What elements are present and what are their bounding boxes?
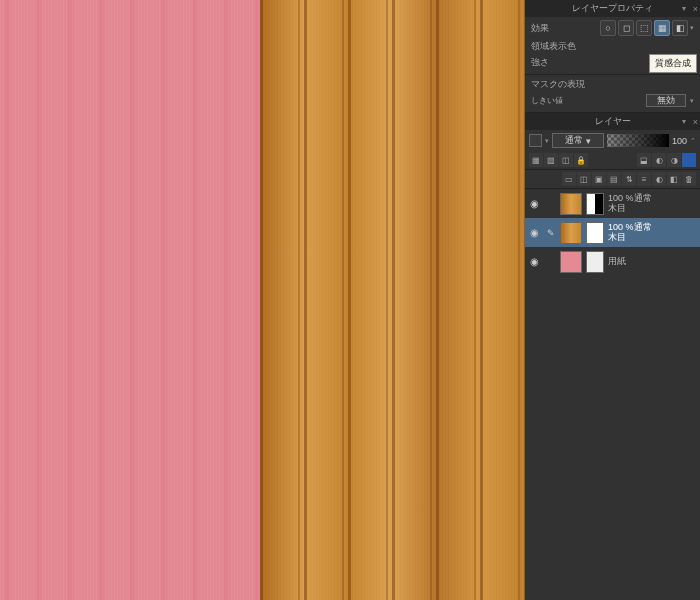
layer-label: 用紙 xyxy=(608,257,626,267)
blend-row: ▾ 通常 ▾ 100 ⌃ xyxy=(525,130,700,151)
transfer-icon[interactable]: ⇅ xyxy=(622,172,636,186)
panel-title-text: レイヤープロパティ xyxy=(572,2,653,15)
lock-clip-row: ▦ ▨ ◫ 🔒 ⬓ ◐ ◑ xyxy=(525,151,700,170)
visibility-toggle[interactable]: ◉ xyxy=(528,227,541,238)
pink-texture xyxy=(0,0,260,600)
strength-label: 強さ xyxy=(531,56,549,69)
new-raster-layer-icon[interactable]: ▭ xyxy=(562,172,576,186)
canvas-area[interactable] xyxy=(0,0,525,600)
lock-pos-icon[interactable]: ◫ xyxy=(559,153,573,167)
effect-line-icon[interactable]: ⬚ xyxy=(636,20,652,36)
layer-row[interactable]: ◉ 用紙 xyxy=(525,247,700,276)
mask-thumbnail[interactable] xyxy=(586,193,604,215)
stepper-icon[interactable]: ⌃ xyxy=(690,137,696,145)
menu-icon[interactable]: ▾ xyxy=(682,117,686,126)
chevron-down-icon[interactable]: ▾ xyxy=(690,24,694,32)
close-icon[interactable]: × xyxy=(693,4,698,14)
visibility-toggle[interactable]: ◉ xyxy=(528,256,541,267)
panel-title-text: レイヤー xyxy=(595,115,631,128)
new-folder-icon[interactable]: ▣ xyxy=(592,172,606,186)
mask-expr-label: マスクの表現 xyxy=(531,79,585,89)
blend-mode-dropdown[interactable]: 通常 ▾ xyxy=(552,133,604,148)
lock-all-icon[interactable]: 🔒 xyxy=(574,153,588,167)
layer-row[interactable]: ◉ 100 %通常 木目 xyxy=(525,189,700,218)
mask-section: マスクの表現 しきい値 無効 ▾ xyxy=(525,75,700,113)
visibility-toggle[interactable]: ◉ xyxy=(528,198,541,209)
lock-alpha-icon[interactable]: ▦ xyxy=(529,153,543,167)
tooltip: 質感合成 xyxy=(649,54,697,73)
layer-thumbnail[interactable] xyxy=(560,251,582,273)
effect-tone-icon[interactable]: ◻ xyxy=(618,20,634,36)
merge-icon[interactable]: ≡ xyxy=(637,172,651,186)
apply-mask-icon[interactable]: ◧ xyxy=(667,172,681,186)
opacity-slider[interactable] xyxy=(607,134,669,147)
lock-pixel-icon[interactable]: ▨ xyxy=(544,153,558,167)
layer-row[interactable]: ◉ ✎ 100 %通常 木目 xyxy=(525,218,700,247)
layer-thumbnail[interactable] xyxy=(560,222,582,244)
effect-overlay-icon[interactable]: ▦ xyxy=(654,20,670,36)
wood-texture xyxy=(260,0,525,600)
chevron-down-icon[interactable]: ▾ xyxy=(690,97,694,105)
mask-thumbnail[interactable] xyxy=(586,222,604,244)
layer-color-swatch[interactable] xyxy=(682,153,696,167)
paper-icon xyxy=(586,251,604,273)
new-adjust-icon[interactable]: ▤ xyxy=(607,172,621,186)
opacity-value: 100 xyxy=(672,136,687,146)
clip-icon[interactable]: ⬓ xyxy=(637,153,651,167)
chevron-down-icon[interactable]: ▾ xyxy=(545,137,549,145)
region-color-label: 領域表示色 xyxy=(531,41,576,51)
layer-property-panel-title[interactable]: レイヤープロパティ ▾ × xyxy=(525,0,700,17)
layer-panel-title[interactable]: レイヤー ▾ × xyxy=(525,113,700,130)
edit-indicator: ✎ xyxy=(545,228,556,238)
blend-check[interactable] xyxy=(529,134,542,147)
mask-icon[interactable]: ◐ xyxy=(652,172,666,186)
new-vector-layer-icon[interactable]: ◫ xyxy=(577,172,591,186)
threshold-label: しきい値 xyxy=(531,95,563,106)
effect-texture-icon[interactable]: ◧ xyxy=(672,20,688,36)
effect-section: 効果 ○ ◻ ⬚ ▦ ◧ ▾ 質感合成 領域表示色 強さ 30 ⌃ xyxy=(525,17,700,75)
layer-action-row: ▭ ◫ ▣ ▤ ⇅ ≡ ◐ ◧ 🗑 xyxy=(525,170,700,189)
layer-list: ◉ 100 %通常 木目 ◉ ✎ 100 %通常 木目 ◉ xyxy=(525,189,700,276)
menu-icon[interactable]: ▾ xyxy=(682,4,686,13)
effect-border-icon[interactable]: ○ xyxy=(600,20,616,36)
layer-label: 100 %通常 木目 xyxy=(608,223,652,243)
close-icon[interactable]: × xyxy=(693,117,698,127)
effect-label: 効果 xyxy=(531,22,549,35)
delete-layer-icon[interactable]: 🗑 xyxy=(682,172,696,186)
layer-thumbnail[interactable] xyxy=(560,193,582,215)
threshold-button[interactable]: 無効 xyxy=(646,94,686,107)
reference-icon[interactable]: ◐ xyxy=(652,153,666,167)
layer-label: 100 %通常 木目 xyxy=(608,194,652,214)
draft-icon[interactable]: ◑ xyxy=(667,153,681,167)
right-sidebar: レイヤープロパティ ▾ × 効果 ○ ◻ ⬚ ▦ ◧ ▾ 質感合成 領域表示色 … xyxy=(525,0,700,600)
empty-area xyxy=(525,276,700,600)
